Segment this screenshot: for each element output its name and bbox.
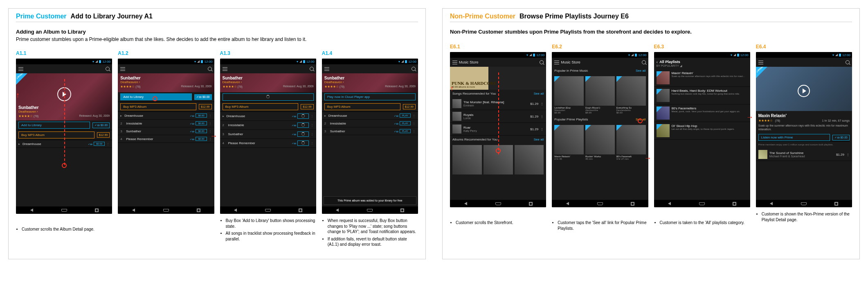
overflow-icon[interactable]: ⋮ [106,142,110,146]
menu-icon[interactable] [452,61,457,64]
wifi-icon: ▾ [832,53,834,57]
track-price-button[interactable]: $0.00 [94,142,105,146]
playlist-row[interactable]: Maxin' Relaxin'Soak up the summer aftern… [654,69,750,87]
menu-icon[interactable] [324,67,329,71]
android-navbar [220,206,316,214]
screen-notes: Customer is shown the Non-Prime version … [756,211,852,224]
journey-header: Non-Prime Customer Browse Prime Playlist… [450,13,852,22]
back-icon[interactable]: ‹ [657,59,658,64]
track-row[interactable]: ▸Dreamhouse✓ꝏPLAY⋮ [322,112,418,120]
journey-title: Add to Library Journey A1 [71,13,153,20]
album-price: $12.99 [199,104,211,109]
screen-id: E6.3 [654,44,750,50]
home-icon[interactable] [61,209,67,212]
song-price-button[interactable]: $1.29 [836,153,844,156]
playlist-card[interactable]: 80's Facemelt3 hr 27 min [616,125,646,160]
track-row: 3Sunbather✓ꝏ⋮ [220,130,316,139]
android-navbar [16,206,112,214]
track-row[interactable]: 2Irresistable✓ꝏPLAY⋮ [322,120,418,127]
play-button[interactable] [798,85,810,97]
buy-album-button[interactable]: Buy MP3 Album [324,103,400,110]
annotation-arrow-icon: ↑ [16,91,112,100]
persona-label: Non-Prime Customer [450,13,515,20]
screen-column: A1.2 ▾12:00 Sunbather Deafheaven › ★★★★☆… [118,50,214,249]
phone-mock: ▾12:00 ‹All Playlists BY POPULARITY ◢ Ma… [654,52,750,207]
see-all-link[interactable]: See all [636,69,645,73]
search-icon[interactable] [642,60,646,64]
album-price: $12.99 [301,104,313,109]
sub-heading: Adding an Album to Library [16,29,418,35]
buy-album-button[interactable]: Buy MP3 Album [18,131,94,138]
prime-badge-icon: ✓ꝏ [88,143,92,145]
search-icon[interactable] [846,60,850,64]
phone-mock: ▾12:00 Maxin Relaxin' ★★★★☆(78)1 hr 32 m… [756,52,852,207]
sort-label[interactable]: BY POPULARITY ◢ [657,64,748,68]
album-hero-compact: Sunbather Deafheaven › ★★★★☆ (78)Release… [322,73,418,92]
track-row[interactable]: 3Sunbather✓ꝏ$0.00⋮ [118,127,214,135]
prime-sash-icon [657,71,662,77]
menu-icon[interactable] [223,67,227,71]
prime-sash-icon [756,67,767,78]
track-row[interactable]: 3Sunbather✓ꝏPLAY⋮ [322,127,418,135]
app-bar: ‹All Playlists BY POPULARITY ◢ [654,58,750,69]
search-icon[interactable] [540,60,544,64]
album-card[interactable]: Dog's Blood [-Alexisonfire$8.99 [585,76,615,114]
search-icon[interactable] [106,67,110,71]
album-art-thumb [452,99,461,108]
battery-icon [635,54,637,57]
screen-column: E6.4 ▾12:00 Maxin Relaxin' ★★★★☆(78)1 hr… [756,44,852,233]
listen-prime-button[interactable]: Listen now with Prime [758,134,830,141]
rating-stars-icon: ★★★★☆ [120,85,135,88]
playlist-card[interactable]: Rockin' Worko45 min [585,125,615,160]
journey-description: Prime customer stumbles upon a Prime-eli… [16,36,418,42]
release-date: Released: Aug 30, 2009 [79,114,110,118]
signal-icon [299,60,302,63]
signal-icon [733,54,736,56]
page-title: All Playlists [659,60,680,64]
section-header: Popular in Prime MusicSee all [552,67,648,75]
add-to-library-button[interactable]: Add to Library [18,122,90,129]
see-all-link[interactable]: See all [534,138,544,141]
playlist-row[interactable]: 80's FacemeltersMetal, punk, rock. Vent … [654,104,750,122]
album-card[interactable]: Leviathan [ExpMastodon$5.99 [554,76,584,114]
screen-notes: Customer scrolls the Storefront. [450,220,546,227]
search-icon[interactable] [310,67,314,71]
menu-icon[interactable] [18,67,23,71]
playlist-row[interactable]: Ol' Skool Hip HopLet out all that daily … [654,122,750,140]
buy-album-button[interactable]: Buy MP3 Album [120,103,196,110]
spinner-icon [266,95,270,98]
track-row: ▸Dreamhouse✓ꝏ⋮ [220,112,316,121]
track-row[interactable]: ▸Dreamhouse✓ꝏ$0.00⋮ [118,112,214,120]
playlist-length: 1 hr 32 min, 67 songs [822,119,850,122]
search-icon[interactable] [208,67,212,71]
wifi-icon: ▾ [398,60,400,63]
album-card[interactable]: Everything SuDescendents$0.00 [616,76,646,114]
play-now-button[interactable]: Play now in Cloud Player app [324,93,416,100]
screen-notes: Customer is taken to the 'All' playlists… [654,220,750,227]
track-play-button[interactable]: PLAY [400,113,411,118]
signal-icon [835,54,838,56]
screen-id: E6.2 [552,44,648,50]
track-row[interactable]: 4Please Remember✓ꝏ$0.00⋮ [118,135,214,143]
track-row[interactable]: 2Irresistable✓ꝏ$0.00⋮ [118,120,214,127]
status-bar: ▾12:00 [322,59,418,64]
play-icon[interactable]: ▸ [18,142,22,146]
playlist-row[interactable]: Hard Beats, Hard Body: EDM WorkoutNothin… [654,87,750,104]
wifi-icon: ▾ [297,60,298,63]
buy-album-button[interactable]: Buy MP3 Album [223,103,299,110]
menu-icon[interactable] [758,61,763,64]
playlist-description: Soak up the summer afternoon rays with t… [758,124,850,131]
back-icon[interactable] [30,208,33,212]
song-price-button[interactable]: $1.29 [530,102,538,106]
playlist-card[interactable]: Maxin Relaxin'2 hr 45 [554,125,584,160]
clock: 12:00 [306,60,315,63]
menu-icon[interactable] [120,67,125,71]
menu-icon[interactable] [554,61,559,64]
battery-icon [533,54,535,57]
screen-id: A1.4 [322,50,418,56]
search-icon[interactable] [412,67,416,71]
recent-icon[interactable] [95,209,98,212]
recommended-song-row[interactable]: The Sound of SunshineMichael Franti & Sp… [756,148,852,161]
app-bar [756,58,852,67]
status-bar: ▾12:00 [450,52,546,58]
